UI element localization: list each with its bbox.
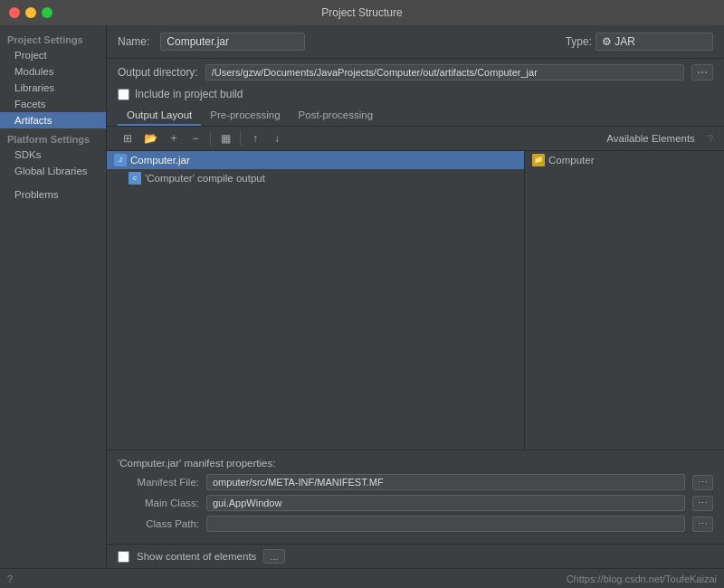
class-path-row: Class Path: ⋯ bbox=[118, 516, 713, 532]
output-layout-panel: J Computer.jar c 'Computer' compile outp… bbox=[107, 151, 525, 450]
output-dir-label: Output directory: bbox=[118, 66, 198, 79]
toolbar-btn-add[interactable]: + bbox=[164, 129, 184, 147]
type-label: Type: bbox=[566, 35, 592, 48]
sidebar-item-facets[interactable]: Facets bbox=[0, 96, 106, 112]
window-title: Project Structure bbox=[321, 6, 402, 19]
type-wrapper: Type: ⚙ JAR bbox=[566, 33, 713, 51]
title-bar: Project Structure bbox=[0, 0, 724, 25]
toolbar-sep1 bbox=[210, 131, 211, 146]
class-path-browse-button[interactable]: ⋯ bbox=[692, 517, 713, 532]
manifest-file-browse-button[interactable]: ⋯ bbox=[692, 475, 713, 490]
tab-pre-processing[interactable]: Pre-processing bbox=[201, 106, 289, 126]
tree-item-computer-jar-label: Computer.jar bbox=[130, 155, 190, 166]
available-item-computer[interactable]: 📁 Computer bbox=[525, 151, 724, 169]
sidebar-item-project[interactable]: Project bbox=[0, 47, 106, 63]
toolbar-sep2 bbox=[240, 131, 241, 146]
toolbar-btn-down[interactable]: ↓ bbox=[267, 129, 287, 147]
window-controls[interactable] bbox=[9, 7, 52, 18]
sidebar-item-global-libraries[interactable]: Global Libraries bbox=[0, 163, 106, 179]
output-dir-browse-button[interactable]: ⋯ bbox=[691, 64, 713, 81]
output-dir-row: Output directory: ⋯ bbox=[107, 59, 724, 86]
status-help-icon[interactable]: ? bbox=[7, 574, 13, 584]
sidebar-item-artifacts[interactable]: Artifacts bbox=[0, 112, 106, 128]
toolbar-btn-view[interactable]: ▦ bbox=[215, 129, 235, 147]
panels-area: J Computer.jar c 'Computer' compile outp… bbox=[107, 151, 724, 450]
name-type-row: Name: Type: ⚙ JAR bbox=[107, 25, 724, 59]
show-content-dots-button[interactable]: ... bbox=[263, 549, 284, 564]
class-path-input[interactable] bbox=[206, 516, 685, 532]
bottom-row: Show content of elements ... bbox=[107, 544, 724, 568]
available-elements-label: Available Elements bbox=[599, 129, 702, 147]
show-content-checkbox[interactable] bbox=[118, 551, 129, 563]
show-content-label: Show content of elements bbox=[137, 551, 256, 562]
sidebar-item-problems[interactable]: Problems bbox=[0, 186, 106, 203]
content-area: Name: Type: ⚙ JAR Output directory: ⋯ In… bbox=[107, 25, 724, 568]
toolbar-btn-grid[interactable]: ⊞ bbox=[118, 129, 138, 147]
tabs-bar: Output Layout Pre-processing Post-proces… bbox=[107, 106, 724, 127]
manifest-section: 'Computer.jar' manifest properties: Mani… bbox=[107, 450, 724, 544]
sidebar-item-sdks[interactable]: SDKs bbox=[0, 147, 106, 163]
toolbar-btn-folder[interactable]: 📂 bbox=[139, 129, 162, 147]
status-url: Chttps://blog.csdn.net/ToufeKaizai bbox=[567, 574, 717, 584]
sidebar-item-libraries[interactable]: Libraries bbox=[0, 80, 106, 96]
sidebar: Project Settings Project Modules Librari… bbox=[0, 25, 107, 568]
main-class-input[interactable] bbox=[206, 495, 685, 511]
type-select[interactable]: ⚙ JAR bbox=[595, 33, 713, 51]
include-build-label: Include in project build bbox=[135, 88, 243, 100]
class-path-label: Class Path: bbox=[118, 518, 199, 529]
status-bar: ? Chttps://blog.csdn.net/ToufeKaizai bbox=[0, 568, 724, 588]
close-button[interactable] bbox=[9, 7, 20, 18]
maximize-button[interactable] bbox=[42, 7, 52, 18]
output-dir-input[interactable] bbox=[205, 64, 684, 81]
main-class-browse-button[interactable]: ⋯ bbox=[692, 496, 713, 511]
tab-output-layout[interactable]: Output Layout bbox=[118, 106, 201, 126]
include-build-checkbox[interactable] bbox=[118, 89, 129, 100]
toolbar-btn-remove[interactable]: − bbox=[186, 129, 205, 147]
manifest-title: 'Computer.jar' manifest properties: bbox=[118, 458, 713, 469]
toolbar-btn-up[interactable]: ↑ bbox=[245, 129, 265, 147]
sidebar-item-modules[interactable]: Modules bbox=[0, 63, 106, 80]
include-build-row: Include in project build bbox=[107, 86, 724, 106]
name-label: Name: bbox=[118, 35, 149, 48]
tree-item-compile-output[interactable]: c 'Computer' compile output bbox=[107, 169, 524, 187]
available-item-computer-label: Computer bbox=[548, 155, 595, 166]
main-class-label: Main Class: bbox=[118, 498, 199, 508]
jar-icon: J bbox=[114, 154, 127, 166]
available-elements-panel: 📁 Computer bbox=[525, 151, 724, 450]
minimize-button[interactable] bbox=[25, 7, 36, 18]
name-input[interactable] bbox=[160, 33, 305, 51]
compile-icon: c bbox=[129, 172, 141, 185]
tree-item-computer-jar[interactable]: J Computer.jar bbox=[107, 151, 524, 169]
manifest-file-label: Manifest File: bbox=[118, 477, 199, 488]
available-elements-help-icon[interactable]: ? bbox=[708, 133, 713, 144]
manifest-file-input[interactable] bbox=[206, 474, 685, 490]
toolbar-row: ⊞ 📂 + − ▦ ↑ ↓ Available Elements ? bbox=[107, 127, 724, 151]
tab-post-processing[interactable]: Post-processing bbox=[290, 106, 382, 126]
folder-icon: 📁 bbox=[532, 154, 545, 166]
platform-settings-section: Platform Settings bbox=[0, 128, 106, 147]
manifest-file-row: Manifest File: ⋯ bbox=[118, 474, 713, 490]
main-class-row: Main Class: ⋯ bbox=[118, 495, 713, 511]
project-settings-section: Project Settings bbox=[0, 29, 106, 47]
tree-item-compile-output-label: 'Computer' compile output bbox=[145, 173, 265, 184]
